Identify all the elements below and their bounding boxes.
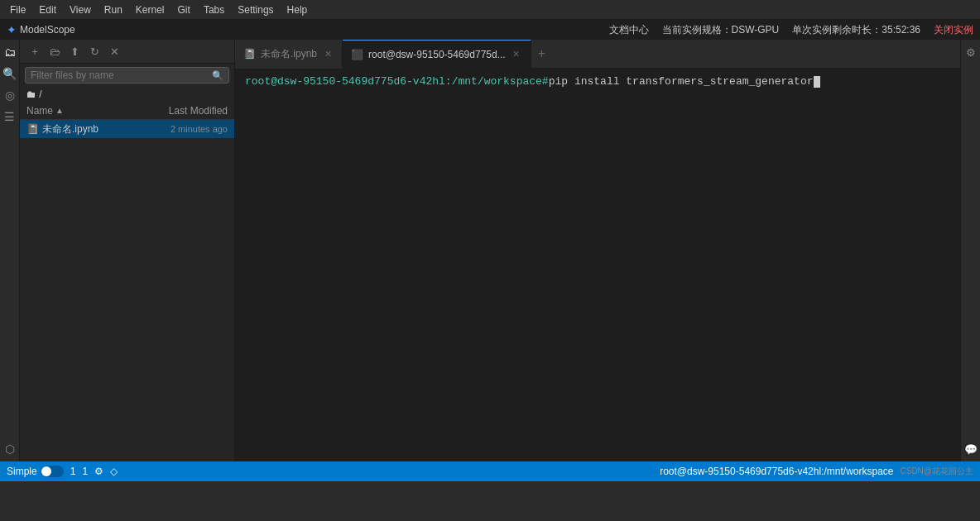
- breadcrumb: 🖿 /: [20, 87, 234, 102]
- mode-toggle[interactable]: [41, 466, 64, 477]
- file-modified-label: 2 minutes ago: [145, 124, 228, 134]
- instance-spec-label: 当前实例规格：DSW-GPU: [662, 23, 780, 37]
- activity-bar: 🗂 🔍 ◎ ☰ ⬡: [0, 40, 20, 461]
- file-browser-icon[interactable]: 🗂: [1, 43, 19, 61]
- top-bar-links: 文档中心 当前实例规格：DSW-GPU 单次实例剩余时长：35:52:36 关闭…: [609, 23, 974, 37]
- file-list: 📓 未命名.ipynb 2 minutes ago: [20, 120, 234, 138]
- status-col: 1: [82, 466, 88, 477]
- modelscope-brand: ✦ ModelScope: [7, 23, 75, 36]
- status-ln: 1: [70, 466, 76, 477]
- menu-view[interactable]: View: [63, 2, 98, 17]
- menu-file[interactable]: File: [3, 2, 32, 17]
- tab-notebook-label: 未命名.ipynb: [261, 47, 317, 61]
- status-watermark: CSDN@花花园公主: [901, 466, 974, 477]
- tab-terminal-label: root@dsw-95150-5469d775d...: [368, 49, 506, 60]
- search-input-icon: 🔍: [212, 70, 223, 81]
- terminal-line: root@dsw-95150-5469d775d6-v42hl:/mnt/wor…: [245, 75, 940, 88]
- menu-git[interactable]: Git: [171, 2, 197, 17]
- file-item-notebook[interactable]: 📓 未命名.ipynb 2 minutes ago: [20, 120, 234, 138]
- terminal-area: root@dsw-95150-5469d775d6-v42hl:/mnt/wor…: [235, 69, 960, 461]
- search-input[interactable]: [31, 69, 212, 81]
- menu-help[interactable]: Help: [281, 2, 315, 17]
- status-mode-label: Simple: [7, 466, 37, 477]
- column-modified-header[interactable]: Last Modified: [145, 105, 228, 117]
- upload-button[interactable]: ⬆: [66, 43, 83, 60]
- menu-bar: File Edit View Run Kernel Git Tabs Setti…: [0, 0, 980, 20]
- menu-run[interactable]: Run: [98, 2, 129, 17]
- status-bar: Simple 1 1 ⚙ ◇ root@dsw-95150-5469d775d6…: [0, 461, 980, 481]
- tab-notebook[interactable]: 📓 未命名.ipynb ✕: [235, 40, 343, 69]
- menu-settings[interactable]: Settings: [231, 2, 280, 17]
- status-path: root@dsw-95150-5469d775d6-v42hl:/mnt/wor…: [660, 466, 893, 477]
- notebook-icon: 📓: [26, 123, 39, 135]
- search-box: 🔍: [25, 67, 229, 84]
- file-list-header: Name ▲ Last Modified: [20, 102, 234, 120]
- terminal-content[interactable]: root@dsw-95150-5469d775d6-v42hl:/mnt/wor…: [235, 69, 950, 461]
- status-left: Simple 1 1 ⚙ ◇: [7, 466, 118, 477]
- tabs-container: 📓 未命名.ipynb ✕ ⬛ root@dsw-95150-5469d775d…: [235, 40, 960, 461]
- tab-notebook-icon: 📓: [243, 48, 256, 60]
- timer-label: 单次实例剩余时长：35:52:36: [792, 23, 920, 37]
- top-bar: ✦ ModelScope 文档中心 当前实例规格：DSW-GPU 单次实例剩余时…: [0, 20, 980, 40]
- menu-tabs[interactable]: Tabs: [197, 2, 231, 17]
- sidebar-toolbar: + 🗁 ⬆ ↻ ✕: [20, 40, 234, 64]
- tab-terminal[interactable]: ⬛ root@dsw-95150-5469d775d... ✕: [343, 40, 531, 69]
- terminal-command: pip install transformers_stream_generato…: [549, 75, 814, 88]
- status-build-icon[interactable]: ◇: [110, 466, 118, 477]
- menu-edit[interactable]: Edit: [32, 2, 63, 17]
- tab-terminal-close[interactable]: ✕: [511, 49, 522, 60]
- modelscope-logo-icon: ✦: [7, 23, 17, 36]
- new-file-button[interactable]: +: [26, 43, 43, 60]
- status-settings-icon[interactable]: ⚙: [94, 466, 103, 477]
- new-folder-button[interactable]: 🗁: [46, 43, 63, 60]
- close-instance-button[interactable]: 关闭实例: [934, 23, 973, 37]
- modelscope-label: ModelScope: [20, 24, 75, 36]
- refresh-button[interactable]: ↻: [86, 43, 103, 60]
- clear-button[interactable]: ✕: [106, 43, 122, 60]
- column-name-header[interactable]: Name ▲: [26, 105, 145, 117]
- extension-icon[interactable]: ⬡: [1, 440, 19, 458]
- tabs-bar: 📓 未命名.ipynb ✕ ⬛ root@dsw-95150-5469d775d…: [235, 40, 960, 69]
- status-right: root@dsw-95150-5469d775d6-v42hl:/mnt/wor…: [660, 466, 973, 477]
- file-name-label: 未命名.ipynb: [42, 122, 145, 136]
- menu-kernel[interactable]: Kernel: [129, 2, 171, 17]
- right-panel: ⚙ 💬: [960, 40, 980, 461]
- right-chat-icon[interactable]: 💬: [962, 440, 980, 458]
- new-tab-button[interactable]: +: [531, 40, 552, 69]
- status-mode: Simple: [7, 466, 64, 477]
- git-activity-icon[interactable]: ◎: [1, 86, 19, 104]
- table-of-contents-icon[interactable]: ☰: [1, 108, 19, 126]
- tab-terminal-icon: ⬛: [351, 49, 363, 60]
- right-settings-icon[interactable]: ⚙: [962, 43, 980, 61]
- docs-link[interactable]: 文档中心: [609, 23, 649, 37]
- sort-arrow-icon: ▲: [55, 106, 64, 115]
- search-activity-icon[interactable]: 🔍: [1, 65, 19, 83]
- terminal-cursor: [814, 76, 820, 88]
- toggle-knob: [41, 466, 51, 476]
- tab-notebook-close[interactable]: ✕: [322, 48, 334, 60]
- terminal-prompt: root@dsw-95150-5469d775d6-v42hl:/mnt/wor…: [245, 75, 549, 88]
- sidebar: + 🗁 ⬆ ↻ ✕ 🔍 🖿 / Name ▲ Last Modified 📓 未…: [20, 40, 235, 461]
- scrollbar-track[interactable]: [950, 69, 960, 461]
